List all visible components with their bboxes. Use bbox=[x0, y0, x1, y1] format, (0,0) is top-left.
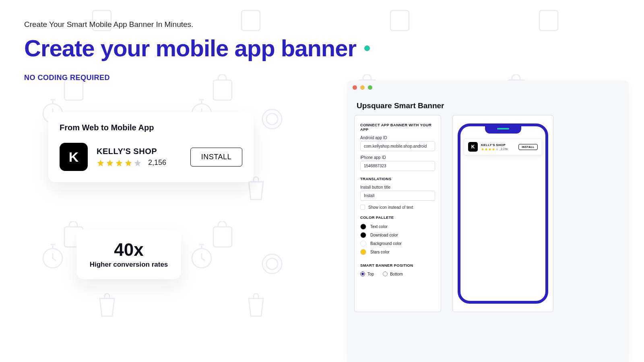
panel-title: Upsquare Smart Banner bbox=[347, 94, 629, 115]
iphone-id-input[interactable] bbox=[360, 161, 435, 171]
label-iphone-id: iPhone app ID bbox=[360, 155, 435, 160]
mini-rating-count: 2,156 bbox=[501, 148, 508, 150]
mini-install-button[interactable]: INSTALL bbox=[518, 144, 538, 150]
section-position: SMART BANNER POSITION bbox=[360, 263, 435, 267]
window-close-icon[interactable] bbox=[353, 85, 357, 90]
section-palette: COLOR PALLETE bbox=[360, 215, 435, 220]
star-icon bbox=[97, 159, 105, 167]
star-icon bbox=[488, 148, 491, 151]
phone-preview-card: K KELLY'S SHOP 2,156 INSTALL bbox=[452, 115, 553, 312]
swatch-text-color[interactable] bbox=[360, 224, 366, 230]
swatch-stars-color[interactable] bbox=[360, 249, 366, 255]
window-titlebar bbox=[347, 80, 629, 94]
star-icon bbox=[481, 148, 484, 151]
app-logo-icon: K bbox=[60, 143, 88, 171]
app-rating-count: 2,156 bbox=[148, 158, 166, 167]
banner-preview-card: From Web to Mobile App K KELLY'S SHOP 2,… bbox=[48, 112, 254, 182]
label-stars-color: Stars color bbox=[370, 250, 390, 254]
star-icon bbox=[124, 159, 132, 167]
radio-position-top[interactable]: Top bbox=[360, 272, 374, 276]
install-button[interactable]: INSTALL bbox=[190, 148, 242, 167]
accent-dot-icon bbox=[364, 45, 370, 51]
page-lead: Create Your Smart Mobile App Banner In M… bbox=[24, 20, 620, 29]
swatch-download-color[interactable] bbox=[360, 232, 366, 238]
swatch-background-color[interactable] bbox=[360, 241, 366, 247]
mini-app-logo-icon: K bbox=[468, 142, 478, 152]
stat-caption: Higher conversion rates bbox=[88, 261, 170, 269]
install-title-input[interactable] bbox=[360, 191, 435, 201]
label-text-color: Text color bbox=[370, 224, 388, 229]
section-connect: CONNECT APP BANNER WITH YOUR APP bbox=[360, 123, 435, 132]
mini-app-name: KELLY'S SHOP bbox=[481, 143, 515, 147]
window-zoom-icon[interactable] bbox=[368, 85, 372, 90]
label-show-icon: Show icon instead of text bbox=[368, 205, 413, 210]
star-icon bbox=[495, 148, 499, 151]
window-minimize-icon[interactable] bbox=[360, 85, 365, 90]
app-name: KELLY'S SHOP bbox=[97, 147, 182, 156]
phone-notch-icon bbox=[485, 126, 521, 134]
page-title: Create your mobile app banner bbox=[24, 35, 620, 62]
show-icon-checkbox[interactable] bbox=[360, 205, 365, 210]
phone-mock: K KELLY'S SHOP 2,156 INSTALL bbox=[458, 123, 548, 304]
star-icon bbox=[106, 159, 114, 167]
label-background-color: Background color bbox=[370, 241, 402, 246]
label-download-color: Download color bbox=[370, 233, 398, 237]
mini-stars bbox=[481, 148, 499, 151]
star-icon bbox=[492, 148, 495, 151]
app-rating-stars bbox=[97, 159, 142, 167]
radio-position-bottom[interactable]: Bottom bbox=[383, 272, 403, 276]
stat-value: 40x bbox=[88, 240, 170, 260]
star-icon bbox=[115, 159, 123, 167]
config-window: Upsquare Smart Banner CONNECT APP BANNER… bbox=[347, 80, 629, 362]
label-install-title: Install button title bbox=[360, 185, 435, 189]
settings-form: CONNECT APP BANNER WITH YOUR APP Android… bbox=[354, 115, 441, 312]
android-id-input[interactable] bbox=[360, 141, 435, 151]
phone-banner-preview: K KELLY'S SHOP 2,156 INSTALL bbox=[464, 138, 542, 155]
section-translations: TRANSLATIONS bbox=[360, 177, 435, 181]
star-icon bbox=[134, 159, 142, 167]
star-icon bbox=[485, 148, 488, 151]
label-android-id: Android app ID bbox=[360, 136, 435, 140]
card1-heading: From Web to Mobile App bbox=[60, 123, 242, 132]
stat-card: 40x Higher conversion rates bbox=[76, 229, 181, 279]
